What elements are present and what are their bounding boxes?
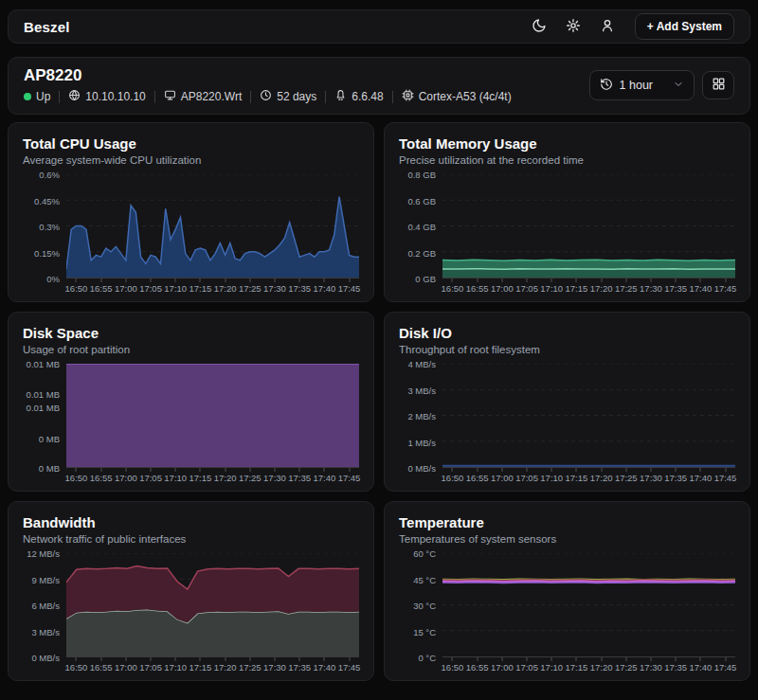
chart-card-cpu: Total CPU Usage Average system-wide CPU … bbox=[8, 122, 374, 302]
system-status: Up bbox=[24, 90, 50, 103]
system-cpu-model: Cortex-A53 (4c/4t) bbox=[402, 89, 512, 104]
kernel-label: 6.6.48 bbox=[352, 90, 383, 103]
divider bbox=[154, 91, 155, 103]
moon-icon bbox=[532, 18, 547, 36]
time-range-value: 1 hour bbox=[620, 79, 653, 92]
history-icon bbox=[600, 78, 613, 94]
temperature-chart[interactable]: 60 °C45 °C30 °C15 °C0 °C16:5016:5517:001… bbox=[399, 553, 735, 674]
app-logo: Beszel bbox=[24, 19, 70, 35]
cpu-model-label: Cortex-A53 (4c/4t) bbox=[419, 90, 512, 103]
kernel-icon bbox=[334, 89, 347, 104]
app-header: Beszel + Add System bbox=[8, 9, 750, 44]
system-ip: 10.10.10.10 bbox=[68, 89, 145, 104]
divider bbox=[325, 91, 326, 103]
chart-layout-button[interactable] bbox=[702, 71, 734, 99]
chart-subtitle: Usage of root partition bbox=[23, 344, 359, 355]
system-hostname: AP8220.Wrt bbox=[164, 89, 242, 104]
system-uptime: 52 days bbox=[260, 89, 316, 104]
add-system-button[interactable]: + Add System bbox=[635, 13, 734, 40]
chart-subtitle: Temperatures of system sensors bbox=[399, 533, 735, 545]
ip-label: 10.10.10.10 bbox=[85, 90, 145, 103]
chart-card-disk-space: Disk Space Usage of root partition 0.01 … bbox=[8, 312, 374, 492]
system-controls: 1 hour bbox=[589, 70, 734, 100]
status-dot bbox=[24, 93, 31, 100]
theme-toggle-button[interactable] bbox=[525, 13, 553, 40]
chart-title: Disk I/O bbox=[399, 325, 735, 341]
header-actions: + Add System bbox=[525, 13, 734, 40]
system-name: AP8220 bbox=[24, 66, 512, 85]
uptime-label: 52 days bbox=[277, 90, 316, 103]
chart-title: Total CPU Usage bbox=[23, 135, 359, 152]
globe-icon bbox=[68, 89, 81, 104]
system-meta: Up 10.10.10.10 AP8220.Wrt bbox=[24, 89, 512, 104]
chart-subtitle: Precise utilization at the recorded time bbox=[399, 154, 735, 166]
chart-title: Disk Space bbox=[23, 325, 359, 341]
status-label: Up bbox=[36, 90, 50, 103]
chart-card-bandwidth: Bandwidth Network traffic of public inte… bbox=[8, 501, 374, 681]
chart-card-memory: Total Memory Usage Precise utilization a… bbox=[384, 122, 750, 302]
gear-icon bbox=[566, 18, 581, 36]
chevron-down-icon bbox=[673, 79, 684, 93]
chart-card-disk-io: Disk I/O Throughput of root filesystem 4… bbox=[384, 312, 750, 492]
divider bbox=[250, 91, 251, 103]
settings-button[interactable] bbox=[559, 13, 587, 40]
monitor-icon bbox=[164, 89, 176, 104]
divider bbox=[59, 91, 60, 103]
system-summary: AP8220 Up 10.10.10.10 AP8220.Wrt bbox=[24, 66, 512, 104]
chart-subtitle: Throughput of root filesystem bbox=[399, 344, 735, 355]
time-range-select[interactable]: 1 hour bbox=[589, 70, 695, 100]
system-kernel: 6.6.48 bbox=[334, 89, 383, 104]
bandwidth-chart[interactable]: 12 MB/s9 MB/s6 MB/s3 MB/s0 MB/s16:5016:5… bbox=[23, 553, 359, 674]
disk-space-chart[interactable]: 0.01 MB0.01 MB0.01 MB0 MB0 MB16:5016:551… bbox=[23, 364, 359, 485]
clock-icon bbox=[260, 89, 272, 104]
user-icon bbox=[600, 18, 615, 36]
chart-subtitle: Network traffic of public interfaces bbox=[23, 533, 359, 545]
cpu-chip-icon bbox=[402, 89, 414, 104]
user-menu-button[interactable] bbox=[593, 13, 622, 40]
charts-grid: Total CPU Usage Average system-wide CPU … bbox=[8, 122, 750, 681]
disk-io-chart[interactable]: 4 MB/s3 MB/s2 MB/s1 MB/s0 MB/s16:5016:55… bbox=[399, 364, 735, 485]
chart-title: Temperature bbox=[399, 514, 735, 530]
grid-icon bbox=[712, 77, 726, 94]
chart-title: Total Memory Usage bbox=[399, 135, 735, 152]
system-info-bar: AP8220 Up 10.10.10.10 AP8220.Wrt bbox=[8, 57, 750, 115]
memory-chart[interactable]: 0.8 GB0.6 GB0.4 GB0.2 GB0 GB16:5016:5517… bbox=[399, 174, 735, 296]
cpu-chart[interactable]: 0.6%0.45%0.3%0.15%0%16:5016:5517:0017:05… bbox=[23, 174, 359, 296]
chart-title: Bandwidth bbox=[23, 514, 359, 530]
chart-subtitle: Average system-wide CPU utilization bbox=[23, 154, 359, 166]
chart-card-temperature: Temperature Temperatures of system senso… bbox=[384, 501, 750, 681]
divider bbox=[392, 91, 393, 103]
hostname-label: AP8220.Wrt bbox=[181, 90, 242, 103]
